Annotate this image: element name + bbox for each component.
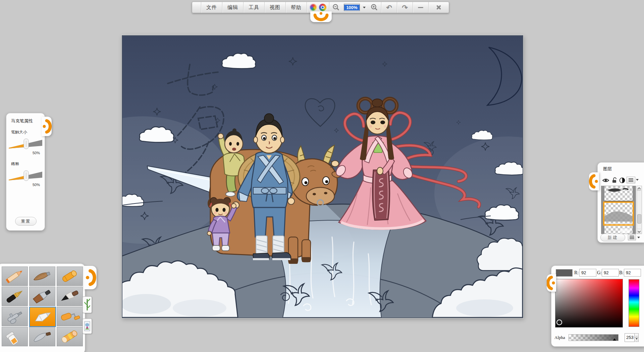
layer-item-color-selected[interactable]	[603, 201, 634, 226]
drawing-canvas[interactable]: 七夕	[122, 35, 523, 318]
undo-icon: ↶	[386, 4, 392, 11]
layer-item-partial[interactable]	[604, 226, 633, 234]
zoom-level-field[interactable]: 100%	[343, 2, 361, 13]
alpha-label: Alpha	[554, 335, 565, 340]
menu-tools[interactable]: 工具	[243, 2, 264, 13]
tool-oil-pastel[interactable]	[57, 327, 83, 346]
brush-size-label: 笔触大小	[11, 129, 27, 135]
tool-paint-roller[interactable]	[57, 307, 83, 326]
reset-button[interactable]: 重置	[15, 217, 37, 226]
orange-handle-icon	[310, 11, 332, 22]
tool-crayon[interactable]	[57, 267, 83, 286]
bamboo-icon	[84, 298, 90, 311]
brush-size-value: 50%	[33, 151, 40, 155]
toolbar-handle[interactable]	[310, 11, 332, 22]
layer-lock-button[interactable]	[611, 177, 618, 185]
chevron-down-icon	[637, 237, 640, 238]
tool-airbrush[interactable]	[2, 307, 28, 326]
orange-handle-icon	[589, 172, 599, 190]
layer-menu-dropdown[interactable]	[636, 179, 639, 181]
brush-size-slider[interactable]	[8, 137, 44, 150]
spin-down-button[interactable]	[635, 338, 638, 342]
menu-help[interactable]: 帮助	[285, 2, 307, 13]
scroll-down-button[interactable]	[637, 229, 641, 234]
sv-marker[interactable]	[556, 319, 562, 325]
picture-stamp-button[interactable]	[83, 318, 92, 334]
b-input[interactable]: 92	[624, 269, 641, 277]
contrast-icon	[619, 177, 625, 183]
zoom-in-icon	[370, 3, 378, 11]
hue-bar[interactable]	[629, 279, 639, 327]
tool-paint-jar[interactable]	[2, 327, 28, 346]
layer-scrollbar[interactable]	[637, 186, 642, 234]
tool-colored-pencil[interactable]	[2, 267, 28, 286]
tool-wood-pencil[interactable]	[29, 267, 55, 286]
chevron-down-icon	[363, 7, 366, 8]
r-label: R:	[574, 270, 579, 276]
minimize-icon	[418, 7, 423, 8]
scrollbar-thumb[interactable]	[637, 214, 641, 224]
redo-button[interactable]: ↷	[397, 2, 413, 13]
layers-panel: 图层	[597, 162, 644, 243]
marker-panel-handle[interactable]	[42, 117, 52, 136]
tool-marker[interactable]	[29, 307, 56, 327]
alpha-value-box[interactable]: 253	[625, 333, 639, 342]
tool-flat-brush[interactable]	[29, 287, 55, 306]
menu-file[interactable]: 文件	[201, 2, 222, 13]
dilute-value: 50%	[33, 183, 40, 187]
orange-handle-icon	[42, 117, 52, 136]
zoom-in-button[interactable]	[368, 2, 381, 13]
zoom-dropdown-button[interactable]	[361, 2, 368, 13]
current-color-swatch	[556, 269, 573, 277]
qixi-artwork: 七夕	[122, 36, 523, 317]
zoom-level-value: 100%	[344, 5, 360, 10]
eye-icon	[602, 177, 609, 183]
new-layer-button[interactable]: 新建	[600, 234, 625, 241]
layer-options-button[interactable]	[628, 234, 636, 240]
layer-visibility-button[interactable]	[602, 177, 609, 185]
app-window: { "toolbar": { "menus": ["文件", "编辑", "工具…	[0, 0, 644, 352]
marker-properties-panel: 马克笔属性 笔触大小 50% 稀释 50% 重置	[6, 113, 45, 231]
bamboo-stamp-button[interactable]	[83, 296, 92, 313]
rainbow-globe-icon[interactable]	[319, 4, 326, 11]
alpha-value: 253	[626, 335, 634, 340]
saturation-value-square[interactable]	[555, 279, 623, 328]
undo-button[interactable]: ↶	[381, 2, 397, 13]
tool-ink-brush[interactable]	[57, 287, 83, 306]
color-picker-panel: R: 92 G: 92 B: 92 Alpha 253	[551, 266, 644, 347]
alpha-marker[interactable]	[613, 338, 616, 341]
g-input[interactable]: 92	[602, 269, 619, 277]
layer-options-dropdown[interactable]	[637, 237, 640, 238]
orange-handle-icon	[84, 266, 97, 289]
r-input[interactable]: 92	[579, 269, 596, 277]
b-label: B:	[619, 270, 624, 276]
close-button[interactable]	[428, 2, 449, 13]
alpha-slider[interactable]	[569, 334, 619, 341]
alpha-spinner	[634, 334, 638, 342]
scroll-up-button[interactable]	[637, 186, 641, 191]
layer-item-sketch[interactable]	[604, 186, 633, 201]
layers-panel-handle[interactable]	[589, 172, 599, 190]
tool-fountain-pen[interactable]	[2, 287, 28, 306]
close-icon	[436, 4, 442, 10]
layer-menu-button[interactable]	[627, 177, 635, 183]
minimize-button[interactable]	[413, 2, 428, 13]
layers-title: 图层	[603, 166, 612, 172]
layer-list	[601, 186, 636, 234]
orange-handle-icon	[547, 274, 556, 292]
tool-palette-knife[interactable]	[29, 327, 55, 346]
layer-blend-button[interactable]	[619, 177, 625, 185]
picture-icon	[84, 320, 90, 332]
chevron-down-icon	[636, 179, 639, 181]
tool-palette-handle[interactable]	[84, 266, 97, 289]
tool-palette-panel	[0, 263, 85, 352]
dilute-label: 稀释	[11, 161, 19, 167]
unlock-icon	[611, 177, 618, 183]
menu-view[interactable]: 视图	[264, 2, 285, 13]
menu-edit[interactable]: 编辑	[222, 2, 243, 13]
color-picker-handle[interactable]	[547, 274, 556, 292]
redo-icon: ↷	[402, 4, 408, 11]
dilute-slider[interactable]	[8, 169, 44, 181]
spin-up-button[interactable]	[635, 334, 638, 338]
rainbow-logo-icon[interactable]	[310, 4, 317, 11]
